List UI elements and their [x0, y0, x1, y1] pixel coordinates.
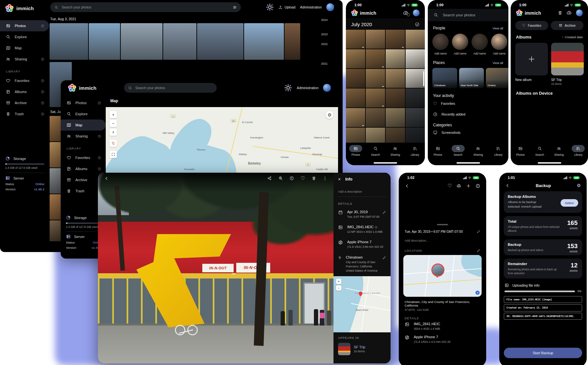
person-item[interactable]: Add name	[432, 34, 449, 55]
album-name[interactable]: SF Trip	[354, 345, 365, 349]
map-zoom-in-button[interactable]: +	[110, 111, 117, 118]
administration-link[interactable]: Administration	[297, 86, 318, 90]
sidebar-item-explore[interactable]: Explore	[0, 31, 49, 42]
photo-thumbnail[interactable]: ☁	[366, 128, 385, 145]
photo-thumbnail[interactable]: ☁	[386, 30, 405, 49]
photo-thumbnail[interactable]	[346, 49, 365, 68]
sidebar-item-map[interactable]: Map	[61, 119, 106, 131]
map-settings-button[interactable]: ⚙	[326, 111, 333, 119]
sidebar-item-photos[interactable]: Photos	[0, 20, 49, 31]
photo-thumbnail[interactable]: ☁	[346, 108, 365, 127]
photo-thumbnail[interactable]	[386, 108, 405, 127]
search-input[interactable]: Search your photos	[124, 83, 217, 93]
photo-thumbnail[interactable]	[406, 69, 425, 88]
sidebar-item-photos[interactable]: Photos	[61, 97, 106, 108]
edit-location-icon[interactable]	[382, 256, 386, 260]
avatar[interactable]	[323, 84, 331, 92]
nav-library[interactable]: Library	[407, 145, 424, 156]
sidebar-item-sharing[interactable]: Sharing	[0, 54, 49, 65]
place-tile[interactable]: Chinatown	[432, 68, 457, 88]
avatar[interactable]	[576, 9, 583, 16]
search-input[interactable]: Search your photos	[50, 2, 241, 12]
upload-button[interactable]: Upload	[278, 5, 295, 9]
photo-thumbnail[interactable]	[346, 128, 365, 145]
favorite-button[interactable]: ♡	[448, 183, 452, 189]
nav-photos[interactable]: Photos	[429, 145, 446, 156]
favorite-button[interactable]: ♡	[299, 174, 307, 182]
trash-icon[interactable]	[558, 10, 563, 15]
avatar[interactable]	[326, 3, 334, 11]
cloud-upload-icon[interactable]	[456, 183, 461, 188]
nav-photos[interactable]: Photos	[512, 145, 529, 156]
info-icon[interactable]	[475, 183, 480, 188]
more-button[interactable]: ⋮	[321, 174, 329, 182]
info-button[interactable]	[288, 174, 296, 182]
sidebar-item-favorites[interactable]: Favorites	[0, 75, 49, 86]
theme-toggle-icon[interactable]	[284, 84, 292, 92]
nav-search[interactable]: Search	[531, 145, 548, 156]
edit-location-icon[interactable]	[477, 249, 480, 252]
location-map[interactable]: i	[403, 255, 482, 297]
photo-thumbnail[interactable]	[50, 23, 88, 60]
photo-thumbnail[interactable]	[386, 69, 405, 88]
people-view-all[interactable]: View all	[492, 26, 503, 30]
sheet-drag-handle[interactable]	[437, 224, 448, 225]
sort-created-date[interactable]: ↑Created date	[562, 35, 583, 39]
select-month-icon[interactable]	[415, 22, 420, 27]
share-button[interactable]	[266, 174, 273, 182]
photo-thumbnail[interactable]	[386, 49, 405, 68]
theme-toggle-icon[interactable]	[266, 3, 274, 11]
nav-library[interactable]: Library	[570, 145, 587, 156]
add-name-label[interactable]: Add name	[454, 52, 467, 55]
add-name-label[interactable]: Add name	[434, 52, 447, 55]
add-icon[interactable]	[466, 183, 471, 188]
info-minimap[interactable]: FISHERMAN'S WHARF Beach Street + −	[333, 276, 391, 332]
home-indicator[interactable]	[374, 162, 397, 164]
nav-sharing[interactable]: Sharing	[550, 145, 567, 156]
delete-button[interactable]	[310, 174, 318, 182]
photo-thumbnail[interactable]	[244, 23, 284, 60]
archive-button[interactable]: Archive	[551, 21, 584, 30]
nav-photos[interactable]: Photos	[347, 145, 364, 156]
nav-sharing[interactable]: Sharing	[387, 145, 404, 156]
edit-date-icon[interactable]	[382, 211, 386, 214]
backup-cloud-button[interactable]	[403, 10, 409, 16]
person-item[interactable]: Add name	[452, 34, 468, 55]
sidebar-item-albums[interactable]: Albums	[61, 163, 106, 174]
sidebar-item-archive[interactable]: Archive	[0, 97, 49, 108]
back-icon[interactable]	[405, 183, 410, 188]
photo-thumbnail[interactable]	[366, 108, 385, 127]
file-info-icon[interactable]	[375, 226, 378, 229]
add-name-label[interactable]: Add name	[473, 52, 486, 55]
select-button[interactable]: Select	[561, 199, 578, 207]
photo-thumbnail[interactable]	[406, 128, 425, 145]
photo-thumbnail[interactable]	[89, 23, 120, 60]
sidebar-item-trash[interactable]: Trash	[0, 108, 49, 119]
zoom-button[interactable]	[277, 174, 285, 182]
nav-search[interactable]: Search	[367, 145, 384, 156]
back-icon[interactable]	[505, 183, 510, 188]
search-input[interactable]: Search your photos	[428, 9, 508, 21]
photo-thumbnail[interactable]: ☁	[366, 69, 385, 88]
places-view-all[interactable]: View all	[492, 61, 503, 65]
scrollbar-thumb[interactable]	[423, 71, 424, 86]
home-indicator[interactable]	[538, 162, 561, 164]
place-tile[interactable]: Omaha	[486, 68, 508, 88]
description-input[interactable]: Add description...	[399, 235, 486, 246]
photo-thumbnail[interactable]	[197, 23, 243, 60]
new-album-tile[interactable]: New album	[515, 43, 548, 86]
minimap-zoom-out[interactable]: −	[336, 285, 341, 291]
close-info-button[interactable]: ×	[338, 177, 341, 182]
photo-thumbnail[interactable]	[366, 30, 385, 49]
photo-thumbnail[interactable]	[386, 128, 405, 145]
appears-in-album-row[interactable]: SF Trip 15 items	[338, 343, 386, 355]
filter-icon[interactable]	[233, 5, 237, 9]
avatar[interactable]	[413, 9, 420, 16]
photo-thumbnail[interactable]	[285, 23, 300, 60]
photo-thumbnail[interactable]: ☁	[346, 30, 365, 49]
add-name-label[interactable]: Add name	[493, 52, 506, 55]
photo-thumbnail[interactable]: ☁	[366, 88, 385, 107]
cloud-upload-icon[interactable]	[566, 10, 572, 16]
home-indicator[interactable]	[456, 162, 480, 164]
sidebar-item-albums[interactable]: Albums	[0, 86, 49, 97]
